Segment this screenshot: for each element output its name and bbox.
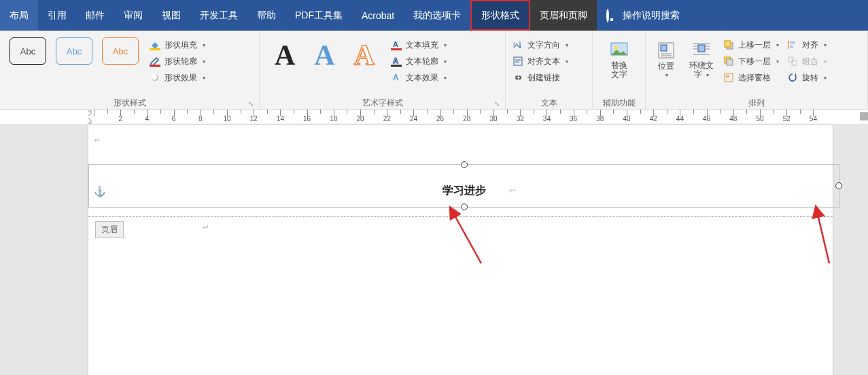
text-effects[interactable]: A 文本效果▾ bbox=[388, 70, 449, 85]
svg-rect-10 bbox=[514, 57, 522, 65]
text-fill[interactable]: A 文本填充▾ bbox=[388, 37, 449, 52]
svg-text:A: A bbox=[393, 40, 398, 48]
resize-handle[interactable] bbox=[835, 182, 842, 189]
wrap-icon bbox=[691, 39, 712, 60]
shape-style-gallery[interactable]: Abc Abc Abc bbox=[4, 33, 144, 69]
document-area: ↵ ⚓ 学习进步 ↵ 页眉 ↵ bbox=[0, 124, 868, 375]
shape-preset-3[interactable]: Abc bbox=[102, 37, 139, 65]
tab-view[interactable]: 视图 bbox=[152, 0, 190, 31]
svg-rect-33 bbox=[790, 42, 795, 44]
group-wordart: A A A A 文本填充▾ A 文本轮廓▾ A 文本效果▾ 艺术字样式⤡ bbox=[260, 31, 506, 109]
svg-rect-7 bbox=[391, 65, 402, 67]
dropdown-icon: ▾ bbox=[444, 75, 447, 81]
tab-header-footer[interactable]: 页眉和页脚 bbox=[530, 0, 597, 31]
svg-rect-35 bbox=[788, 57, 793, 62]
send-backward[interactable]: 下移一层▾ bbox=[721, 54, 782, 69]
svg-rect-19 bbox=[698, 45, 705, 52]
page[interactable]: ↵ ⚓ 学习进步 ↵ 页眉 ↵ bbox=[88, 124, 833, 375]
svg-rect-27 bbox=[725, 41, 731, 47]
dialog-launcher[interactable]: ⤡ bbox=[493, 99, 501, 108]
tab-review[interactable]: 审阅 bbox=[114, 0, 152, 31]
para-mark: ↵ bbox=[203, 223, 209, 233]
tab-developer[interactable]: 开发工具 bbox=[190, 0, 247, 31]
svg-line-37 bbox=[454, 214, 481, 263]
tab-layout[interactable]: 布局 bbox=[0, 0, 38, 31]
dialog-launcher[interactable]: ⤡ bbox=[247, 99, 255, 108]
svg-point-14 bbox=[614, 46, 618, 50]
rotate-icon bbox=[787, 72, 798, 83]
annotation-arrow bbox=[812, 209, 853, 263]
dropdown-icon: ▾ bbox=[203, 59, 205, 65]
dropdown-icon: ▾ bbox=[566, 59, 568, 65]
alt-text[interactable]: 替换文字 bbox=[603, 33, 636, 82]
bring-forward[interactable]: 上移一层▾ bbox=[721, 37, 782, 52]
horizontal-ruler[interactable]: 2468101214161820222426283032343638404244… bbox=[0, 110, 868, 125]
dropdown-icon: ▾ bbox=[665, 72, 668, 78]
shape-fill[interactable]: 形状填充▾ bbox=[147, 37, 208, 52]
rotate[interactable]: 旋转▾ bbox=[784, 70, 829, 85]
dropdown-icon: ▾ bbox=[824, 75, 827, 81]
group-icon bbox=[787, 56, 798, 67]
shape-effects[interactable]: 形状效果▾ bbox=[147, 70, 208, 85]
dropdown-icon: ▾ bbox=[444, 59, 447, 65]
tab-pdf[interactable]: PDF工具集 bbox=[285, 0, 352, 31]
svg-text:A: A bbox=[393, 73, 399, 82]
resize-handle[interactable] bbox=[461, 161, 468, 168]
create-link[interactable]: 创建链接 bbox=[510, 70, 571, 85]
group-accessibility: 替换文字 辅助功能 bbox=[593, 31, 646, 109]
text-direction[interactable]: |A 文字方向▾ bbox=[510, 37, 571, 52]
align[interactable]: 对齐▾ bbox=[784, 37, 829, 52]
selection-pane[interactable]: 选择窗格 bbox=[721, 70, 782, 85]
dropdown-icon: ▾ bbox=[706, 72, 709, 78]
send-backward-icon bbox=[723, 56, 734, 67]
tab-references[interactable]: 引用 bbox=[38, 0, 76, 31]
wordart-preset-2[interactable]: A bbox=[314, 39, 334, 71]
text-fill-icon: A bbox=[391, 39, 402, 50]
svg-text:|A: |A bbox=[513, 42, 519, 48]
group-objects: 组合▾ bbox=[784, 54, 829, 69]
para-mark: ↵ bbox=[94, 135, 101, 146]
picture-icon bbox=[609, 39, 629, 60]
position[interactable]: 位置▾ bbox=[650, 33, 682, 82]
header-label: 页眉 bbox=[95, 221, 124, 238]
tab-help[interactable]: 帮助 bbox=[247, 0, 285, 31]
shape-preset-2[interactable]: Abc bbox=[56, 37, 92, 65]
indent-marker[interactable] bbox=[88, 110, 92, 125]
shape-preset-1[interactable]: Abc bbox=[10, 37, 46, 65]
text-outline-icon: A bbox=[391, 56, 402, 67]
wordart-preset-1[interactable]: A bbox=[275, 39, 295, 71]
svg-rect-0 bbox=[150, 48, 160, 50]
dropdown-icon: ▾ bbox=[776, 42, 779, 48]
annotation-arrow bbox=[447, 209, 488, 263]
bring-forward-icon bbox=[723, 39, 734, 50]
align-icon bbox=[787, 39, 798, 50]
tab-shape-format[interactable]: 形状格式 bbox=[470, 0, 530, 31]
tab-acrobat[interactable]: Acrobat bbox=[352, 0, 404, 31]
dropdown-icon: ▾ bbox=[203, 75, 205, 81]
header-textbox[interactable]: 学习进步 ↵ bbox=[88, 164, 839, 208]
dropdown-icon: ▾ bbox=[444, 42, 447, 48]
svg-rect-31 bbox=[726, 75, 729, 78]
svg-rect-16 bbox=[661, 45, 667, 51]
text-outline[interactable]: A 文本轮廓▾ bbox=[388, 54, 449, 69]
svg-rect-5 bbox=[391, 48, 402, 50]
tab-custom[interactable]: 我的选项卡 bbox=[404, 0, 470, 31]
selection-pane-icon bbox=[723, 72, 734, 83]
tell-me-search[interactable]: 操作说明搜索 bbox=[597, 0, 689, 31]
shape-outline[interactable]: 形状轮廓▾ bbox=[147, 54, 208, 69]
tab-mail[interactable]: 邮件 bbox=[76, 0, 114, 31]
group-text: |A 文字方向▾ 对齐文本▾ 创建链接 文本 bbox=[506, 31, 593, 109]
wrap-text[interactable]: 环绕文字 ▾ bbox=[685, 33, 718, 82]
para-mark: ↵ bbox=[509, 186, 516, 196]
link-icon bbox=[513, 72, 523, 83]
align-text[interactable]: 对齐文本▾ bbox=[510, 54, 571, 69]
dropdown-icon: ▾ bbox=[566, 42, 568, 48]
ruler-end bbox=[860, 112, 868, 120]
group-arrange: 位置▾ 环绕文字 ▾ 上移一层▾ 下移一层▾ 选择窗格 bbox=[646, 31, 868, 109]
svg-rect-29 bbox=[727, 59, 733, 65]
group-shape-styles: Abc Abc Abc 形状填充▾ 形状轮廓▾ 形状效果▾ 形状样式⤡ bbox=[0, 31, 260, 109]
bucket-icon bbox=[150, 39, 160, 50]
wordart-gallery[interactable]: A A A bbox=[264, 33, 385, 77]
align-text-icon bbox=[513, 56, 523, 67]
wordart-preset-3[interactable]: A bbox=[354, 39, 375, 71]
